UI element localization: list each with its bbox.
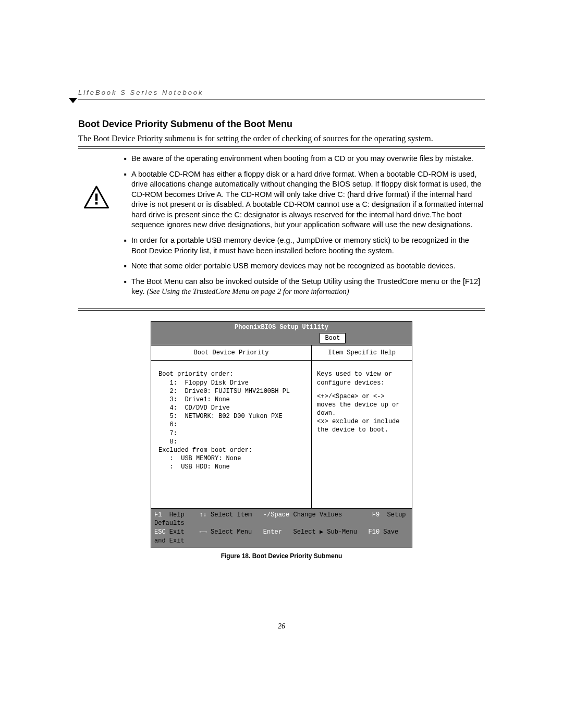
header-tab-icon <box>69 98 77 103</box>
warning-icon <box>84 185 109 210</box>
warning-block: Be aware of the operating environment wh… <box>78 146 485 311</box>
figure-caption: Figure 18. Boot Device Priority Submenu <box>78 552 485 560</box>
page-number: 26 <box>78 622 485 631</box>
section-title: Boot Device Priority Submenu of the Boot… <box>78 119 485 130</box>
bios-left-pane: Boot Device Priority Boot priority order… <box>151 346 312 508</box>
bios-tab-boot: Boot <box>320 333 346 343</box>
intro-paragraph: The Boot Device Priority submenu is for … <box>78 134 485 143</box>
bullet-item: In order for a portable USB memory devic… <box>124 236 485 256</box>
svg-rect-1 <box>95 194 98 201</box>
bios-right-heading: Item Specific Help <box>312 346 412 361</box>
warning-icon-column <box>78 154 115 210</box>
bios-tab-bar: Boot <box>151 333 412 346</box>
bios-title: PhoenixBIOS Setup Utility <box>151 322 412 333</box>
bullet-item: Note that some older portable USB memory… <box>124 261 485 272</box>
warning-bullets: Be aware of the operating environment wh… <box>115 154 485 302</box>
bios-footer: F1 Help ↑↓ Select Item -/Space Change Va… <box>151 509 412 548</box>
bullet-item: A bootable CD-ROM has either a floppy di… <box>124 169 485 230</box>
bullet-item: The Boot Menu can also be invoked outsid… <box>124 277 485 297</box>
bios-boot-order: Boot priority order: 1: Floppy Disk Driv… <box>151 361 311 508</box>
svg-rect-2 <box>95 202 98 205</box>
bios-help-text: Keys used to view or configure devices:<… <box>312 361 412 439</box>
document-page: LifeBook S Series Notebook Boot Device P… <box>0 0 563 662</box>
bios-body: Boot Device Priority Boot priority order… <box>151 346 412 508</box>
bios-screenshot: PhoenixBIOS Setup Utility Boot Boot Devi… <box>151 321 412 548</box>
bios-left-heading: Boot Device Priority <box>151 346 311 361</box>
bullet-item: Be aware of the operating environment wh… <box>124 154 485 164</box>
bios-right-pane: Item Specific Help Keys used to view or … <box>312 346 412 508</box>
running-header: LifeBook S Series Notebook <box>78 89 485 100</box>
running-header-text: LifeBook S Series Notebook <box>78 89 204 96</box>
